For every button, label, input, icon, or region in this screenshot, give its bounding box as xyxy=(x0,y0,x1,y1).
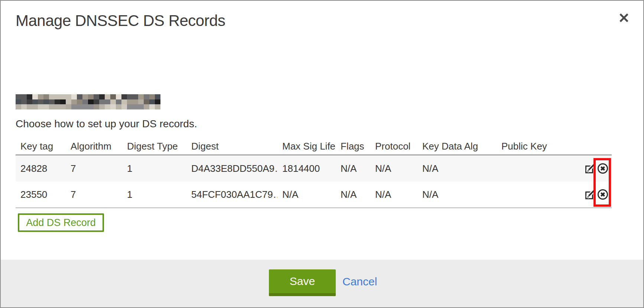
cell-protocol: N/A xyxy=(370,189,417,200)
redaction-pixel xyxy=(60,104,66,109)
cancel-link[interactable]: Cancel xyxy=(342,275,377,288)
redaction-pixel xyxy=(105,94,110,99)
redaction-pixel xyxy=(138,104,144,109)
col-header-protocol: Protocol xyxy=(370,138,417,152)
redaction-pixel xyxy=(110,99,116,105)
redaction-pixel xyxy=(38,104,43,109)
redaction-pixel xyxy=(55,104,60,109)
redaction-pixel xyxy=(110,94,116,99)
redaction-pixel xyxy=(27,104,32,109)
save-button[interactable]: Save xyxy=(269,269,336,296)
redaction-pixel xyxy=(16,94,21,99)
redaction-pixel xyxy=(88,94,94,99)
col-header-actions xyxy=(571,144,612,147)
redaction-pixel xyxy=(82,94,88,99)
cell-digest-type: 1 xyxy=(122,189,186,200)
redaction-pixel xyxy=(110,104,116,109)
cell-digest-type: 1 xyxy=(122,163,186,174)
ds-records-table: Key tag Algorithm Digest Type Digest Max… xyxy=(16,136,612,208)
cell-key-data-alg: N/A xyxy=(417,189,497,200)
redaction-pixel xyxy=(105,104,110,109)
cell-algorithm: 7 xyxy=(66,189,122,200)
redaction-pixel xyxy=(99,99,105,105)
redaction-pixel xyxy=(60,94,66,99)
col-header-key-data-alg: Key Data Alg xyxy=(417,138,497,152)
redaction-pixel xyxy=(116,99,121,105)
redaction-pixel xyxy=(55,99,60,105)
redaction-pixel xyxy=(138,94,144,99)
delete-icon xyxy=(597,163,609,174)
cell-flags: N/A xyxy=(336,163,370,174)
edit-icon xyxy=(584,163,596,174)
redaction-pixel xyxy=(99,94,105,99)
redaction-pixel xyxy=(149,99,155,105)
redaction-pixel xyxy=(21,94,27,99)
table-body: 24828 7 1 D4A33E8DD550A9… 1814400 N/A N/… xyxy=(16,155,612,208)
cell-actions xyxy=(571,163,612,174)
redaction-pixel xyxy=(77,104,82,109)
dialog-title: Manage DNSSEC DS Records xyxy=(16,12,225,30)
col-header-flags: Flags xyxy=(336,138,370,152)
delete-icon xyxy=(597,189,609,200)
redaction-pixel xyxy=(88,99,94,105)
close-button[interactable] xyxy=(617,11,631,24)
cell-key-tag: 23550 xyxy=(16,189,66,200)
redaction-pixel xyxy=(16,99,21,105)
redaction-pixel xyxy=(133,99,138,105)
redaction-pixel xyxy=(121,99,127,105)
col-header-public-key: Public Key xyxy=(497,138,571,152)
redaction-pixel xyxy=(66,99,71,105)
add-ds-record-button[interactable]: Add DS Record xyxy=(18,213,104,232)
cell-flags: N/A xyxy=(336,189,370,200)
delete-record-button[interactable] xyxy=(597,163,609,174)
redaction-pixel xyxy=(71,99,77,105)
manage-dnssec-dialog: Manage DNSSEC DS Records Choose how to s… xyxy=(0,0,644,308)
redaction-pixel xyxy=(155,99,160,105)
edit-record-button[interactable] xyxy=(584,189,596,200)
redaction-pixel xyxy=(116,94,121,99)
edit-record-button[interactable] xyxy=(584,163,596,174)
close-icon xyxy=(618,12,630,24)
redaction-pixel xyxy=(27,99,32,105)
table-header-row: Key tag Algorithm Digest Type Digest Max… xyxy=(16,136,612,155)
redaction-pixel xyxy=(144,104,149,109)
redaction-pixel xyxy=(155,94,160,99)
redaction-pixel xyxy=(49,104,55,109)
redaction-pixel xyxy=(32,99,38,105)
cell-algorithm: 7 xyxy=(66,163,122,174)
redaction-pixel xyxy=(116,104,121,109)
redaction-pixel xyxy=(144,94,149,99)
redaction-pixel xyxy=(49,99,55,105)
redaction-pixel xyxy=(55,94,60,99)
delete-record-button[interactable] xyxy=(597,189,609,200)
redaction-pixel xyxy=(94,104,99,109)
redaction-pixel xyxy=(127,99,133,105)
redaction-pixel xyxy=(88,104,94,109)
redaction-pixel xyxy=(43,104,49,109)
col-header-digest: Digest xyxy=(186,138,277,152)
redaction-pixel xyxy=(121,104,127,109)
redaction-pixel xyxy=(149,94,155,99)
cell-max-sig-life: 1814400 xyxy=(277,163,336,174)
redaction-pixel xyxy=(16,104,21,109)
redaction-pixel xyxy=(21,99,27,105)
col-header-max-sig-life: Max Sig Life xyxy=(277,138,336,152)
redaction-pixel xyxy=(43,94,49,99)
cell-actions xyxy=(571,189,612,200)
redaction-pixel xyxy=(71,94,77,99)
col-header-key-tag: Key tag xyxy=(16,138,66,152)
redaction-pixel xyxy=(155,104,160,109)
redacted-domain-name xyxy=(16,94,160,109)
redaction-pixel xyxy=(82,104,88,109)
redaction-pixel xyxy=(71,104,77,109)
redaction-pixel xyxy=(105,99,110,105)
redaction-pixel xyxy=(38,94,43,99)
cell-max-sig-life: N/A xyxy=(277,189,336,200)
redaction-pixel xyxy=(66,94,71,99)
redaction-pixel xyxy=(77,99,82,105)
instruction-text: Choose how to set up your DS records. xyxy=(16,118,197,130)
redaction-pixel xyxy=(149,104,155,109)
redaction-pixel xyxy=(127,104,133,109)
redaction-pixel xyxy=(99,104,105,109)
cell-key-data-alg: N/A xyxy=(417,163,497,174)
